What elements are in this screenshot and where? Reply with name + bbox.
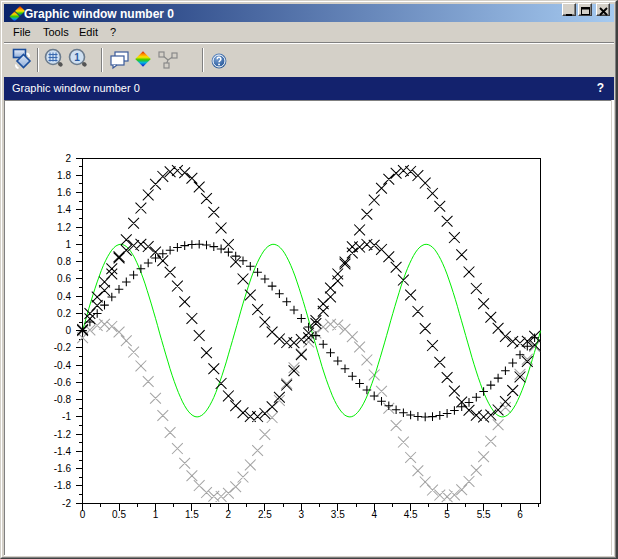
svg-text:1.4: 1.4 bbox=[57, 204, 71, 215]
svg-text:0: 0 bbox=[65, 325, 71, 336]
svg-text:-1.2: -1.2 bbox=[54, 429, 72, 440]
svg-text:0: 0 bbox=[80, 509, 86, 520]
svg-text:5: 5 bbox=[444, 509, 450, 520]
svg-text:0.6: 0.6 bbox=[57, 273, 71, 284]
svg-text:-0.8: -0.8 bbox=[54, 394, 72, 405]
svg-text:-1.6: -1.6 bbox=[54, 463, 72, 474]
svg-text:3.5: 3.5 bbox=[331, 509, 345, 520]
svg-text:6: 6 bbox=[517, 509, 523, 520]
svg-text:2: 2 bbox=[226, 509, 232, 520]
svg-text:1: 1 bbox=[153, 509, 159, 520]
svg-text:0.5: 0.5 bbox=[112, 509, 126, 520]
svg-text:0.8: 0.8 bbox=[57, 256, 71, 267]
svg-text:3: 3 bbox=[299, 509, 305, 520]
svg-text:2.5: 2.5 bbox=[258, 509, 272, 520]
svg-text:-0.6: -0.6 bbox=[54, 377, 72, 388]
svg-text:-2: -2 bbox=[62, 498, 71, 509]
svg-text:1.5: 1.5 bbox=[185, 509, 199, 520]
svg-text:0.4: 0.4 bbox=[57, 291, 71, 302]
svg-text:1.6: 1.6 bbox=[57, 187, 71, 198]
svg-text:-1.4: -1.4 bbox=[54, 446, 72, 457]
svg-text:1: 1 bbox=[65, 239, 71, 250]
svg-text:-0.2: -0.2 bbox=[54, 342, 72, 353]
svg-text:-0.4: -0.4 bbox=[54, 360, 72, 371]
svg-text:5.5: 5.5 bbox=[477, 509, 491, 520]
svg-text:0.2: 0.2 bbox=[57, 308, 71, 319]
svg-text:-1.8: -1.8 bbox=[54, 480, 72, 491]
svg-text:4: 4 bbox=[371, 509, 377, 520]
svg-text:-1: -1 bbox=[62, 411, 71, 422]
svg-text:2: 2 bbox=[65, 153, 71, 164]
svg-text:4.5: 4.5 bbox=[404, 509, 418, 520]
svg-text:1.2: 1.2 bbox=[57, 222, 71, 233]
svg-text:1.8: 1.8 bbox=[57, 170, 71, 181]
